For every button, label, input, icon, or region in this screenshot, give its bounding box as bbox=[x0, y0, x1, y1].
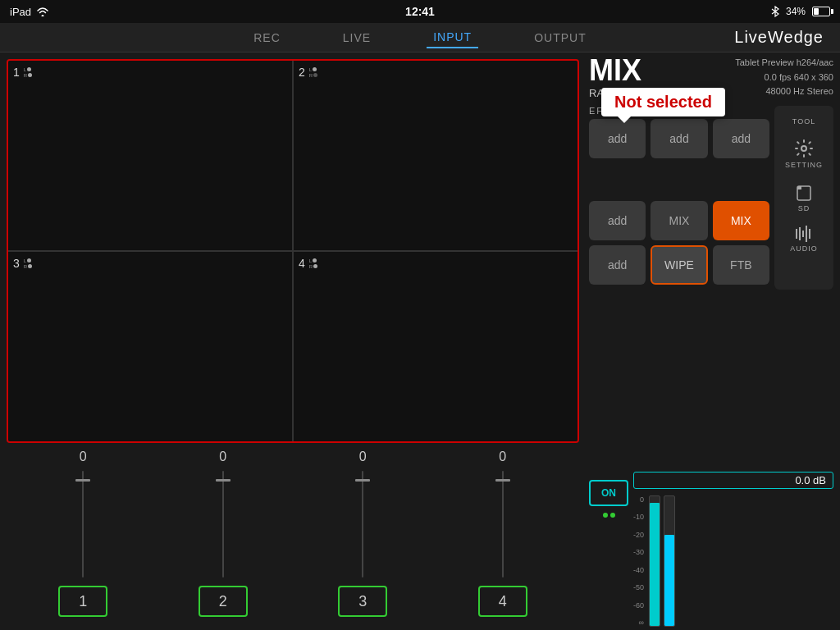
effect-btn-add6[interactable]: add bbox=[589, 245, 646, 285]
vu-fill-left bbox=[650, 503, 660, 626]
slider-handle-1[interactable] bbox=[75, 479, 90, 482]
tab-live[interactable]: LIVE bbox=[336, 28, 377, 48]
svg-rect-5 bbox=[806, 226, 807, 242]
channel-button-2[interactable]: 2 bbox=[199, 586, 248, 617]
status-bar: iPad 12:41 34% bbox=[0, 0, 840, 23]
ch1-lr: L R bbox=[24, 67, 32, 78]
slider-handle-3[interactable] bbox=[355, 479, 370, 482]
audio-icon bbox=[794, 226, 814, 242]
effect-area: EFFECT CHANNEL Not selected add add add … bbox=[589, 106, 769, 290]
effect-grid-row2: add MIX MIX bbox=[589, 201, 769, 240]
tool-item-audio[interactable]: AUDIO bbox=[778, 219, 830, 258]
effect-btn-wipe[interactable]: WIPE bbox=[651, 245, 707, 285]
vu-controls: ON bbox=[589, 480, 628, 518]
tool-item-tool[interactable]: TOOL bbox=[778, 111, 830, 130]
nav-tabs: REC LIVE INPUT OUTPUT LiveWedge bbox=[0, 23, 840, 52]
ch3-number: 3 bbox=[13, 257, 20, 270]
tablet-line1: Tablet Preview h264/aac bbox=[735, 56, 833, 71]
svg-rect-6 bbox=[809, 229, 810, 239]
vu-dot-l bbox=[603, 513, 608, 518]
effect-btn-add5[interactable]: MIX bbox=[651, 201, 707, 240]
video-cell-2[interactable]: 2 L R bbox=[294, 61, 578, 250]
svg-rect-2 bbox=[796, 229, 797, 239]
vu-bar-area: 0 -10 -20 -30 -40 -50 -60 ∞ bbox=[633, 495, 833, 627]
audio-sliders: 0 1 0 2 0 3 0 bbox=[7, 443, 579, 623]
battery-percent: 34% bbox=[786, 6, 806, 17]
sd-icon bbox=[796, 182, 812, 202]
channel-button-3[interactable]: 3 bbox=[338, 586, 387, 617]
svg-rect-3 bbox=[799, 227, 801, 240]
effect-btn-ftb[interactable]: FTB bbox=[713, 245, 769, 285]
channel-label-1: 1 L R bbox=[13, 66, 32, 79]
slider-group-4: 0 4 bbox=[433, 450, 573, 617]
time-display: 12:41 bbox=[405, 5, 435, 18]
effect-btn-add3[interactable]: add bbox=[713, 119, 769, 158]
slider-group-1: 0 1 bbox=[13, 450, 153, 617]
effect-btn-add2[interactable]: add bbox=[651, 119, 707, 158]
video-cell-1[interactable]: 1 L R bbox=[8, 61, 292, 250]
effect-grid-row3: add WIPE FTB bbox=[589, 245, 769, 285]
db-value: 0.0 bbox=[795, 474, 810, 486]
slider-group-2: 0 2 bbox=[153, 450, 294, 617]
not-selected-tooltip: Not selected bbox=[601, 88, 725, 116]
slider-track-3[interactable] bbox=[362, 471, 363, 578]
vu-dot-r bbox=[610, 513, 615, 518]
channel-label-2: 2 L R bbox=[299, 66, 317, 79]
ch2-number: 2 bbox=[299, 66, 305, 79]
tab-input[interactable]: INPUT bbox=[427, 27, 478, 48]
tool-label: TOOL bbox=[792, 117, 815, 126]
status-right: 34% bbox=[771, 6, 830, 17]
slider-value-1: 0 bbox=[80, 450, 87, 464]
video-grid: 1 L R 2 L R bbox=[7, 59, 579, 443]
db-display: 0.0 dB bbox=[633, 472, 833, 489]
slider-handle-2[interactable] bbox=[216, 479, 231, 482]
video-cell-4[interactable]: 4 L R bbox=[294, 252, 578, 441]
right-main: EFFECT CHANNEL Not selected add add add … bbox=[589, 106, 833, 290]
on-button[interactable]: ON bbox=[589, 480, 628, 506]
slider-handle-4[interactable] bbox=[495, 479, 510, 482]
tab-output[interactable]: OUTPUT bbox=[527, 28, 593, 48]
tool-item-sd[interactable]: SD bbox=[778, 176, 830, 217]
right-panel: MIX RATE 1.0 Sec Tablet Preview h264/aac… bbox=[586, 52, 840, 630]
ch2-lr: L R bbox=[309, 67, 317, 78]
slider-track-1[interactable] bbox=[82, 471, 84, 578]
left-panel: 1 L R 2 L R bbox=[0, 52, 586, 630]
slider-group-3: 0 3 bbox=[293, 450, 433, 617]
slider-track-2[interactable] bbox=[222, 471, 224, 578]
ch3-lr: L R bbox=[24, 258, 32, 269]
channel-button-1[interactable]: 1 bbox=[58, 586, 107, 617]
effect-btn-add1[interactable]: add bbox=[589, 119, 646, 158]
setting-label: SETTING bbox=[785, 161, 823, 169]
slider-value-2: 0 bbox=[219, 450, 226, 464]
right-bottom: ON 0.0 dB 0 -10 -20 - bbox=[589, 465, 833, 627]
vu-fill-right bbox=[664, 535, 674, 626]
vu-lr-dots bbox=[603, 513, 615, 518]
vu-meter-area: 0.0 dB 0 -10 -20 -30 -40 -50 -60 ∞ bbox=[633, 472, 833, 627]
battery-icon bbox=[812, 7, 830, 16]
ch4-lr: L R bbox=[309, 258, 317, 269]
app-title: LiveWedge bbox=[734, 28, 824, 47]
slider-track-4[interactable] bbox=[502, 471, 504, 578]
tool-item-setting[interactable]: SETTING bbox=[778, 132, 830, 174]
tablet-line3: 48000 Hz Stereo bbox=[735, 84, 833, 99]
effect-btn-add4[interactable]: add bbox=[589, 201, 646, 240]
audio-label: AUDIO bbox=[790, 244, 818, 253]
slider-value-4: 0 bbox=[499, 450, 506, 464]
channel-label-4: 4 L R bbox=[299, 257, 317, 270]
channel-button-4[interactable]: 4 bbox=[478, 586, 527, 617]
svg-point-0 bbox=[801, 146, 806, 151]
gear-icon bbox=[794, 139, 814, 158]
channel-label-3: 3 L R bbox=[13, 257, 32, 270]
svg-rect-4 bbox=[802, 231, 804, 237]
db-unit: dB bbox=[813, 474, 826, 486]
bluetooth-icon bbox=[771, 6, 779, 17]
status-left: iPad bbox=[10, 6, 49, 18]
effect-btn-mix[interactable]: MIX bbox=[713, 201, 769, 240]
vu-bar-left bbox=[649, 495, 660, 627]
ipad-label: iPad bbox=[10, 6, 31, 18]
not-selected-text: Not selected bbox=[614, 93, 712, 111]
tab-rec[interactable]: REC bbox=[247, 28, 287, 48]
ch1-number: 1 bbox=[13, 66, 20, 79]
video-cell-3[interactable]: 3 L R bbox=[8, 252, 292, 441]
tablet-info: Tablet Preview h264/aac 0.0 fps 640 x 36… bbox=[735, 56, 833, 99]
